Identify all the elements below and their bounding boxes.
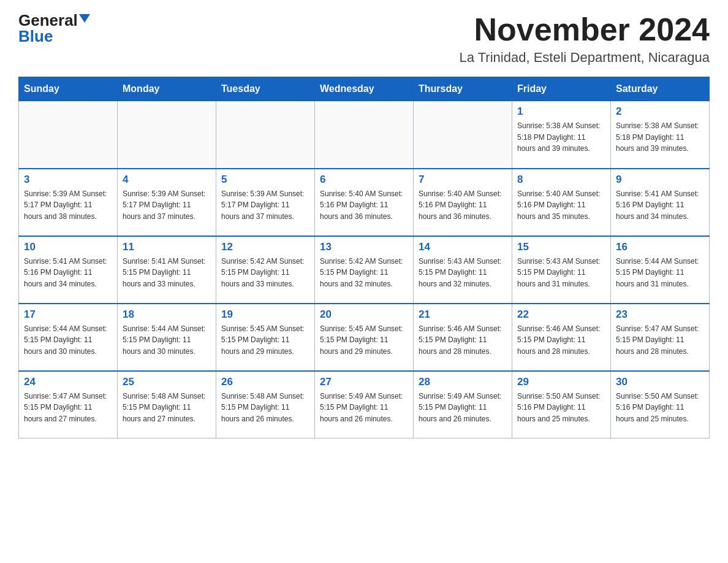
day-cell: 7Sunrise: 5:40 AM Sunset: 5:16 PM Daylig… [414, 169, 512, 236]
day-cell: 12Sunrise: 5:42 AM Sunset: 5:15 PM Dayli… [216, 236, 315, 304]
day-number: 1 [517, 105, 605, 118]
header-row: SundayMondayTuesdayWednesdayThursdayFrid… [19, 77, 710, 101]
day-info: Sunrise: 5:42 AM Sunset: 5:15 PM Dayligh… [221, 256, 309, 290]
day-cell: 30Sunrise: 5:50 AM Sunset: 5:16 PM Dayli… [611, 371, 710, 439]
day-cell: 21Sunrise: 5:46 AM Sunset: 5:15 PM Dayli… [414, 304, 512, 371]
day-cell [216, 101, 315, 169]
day-cell: 1Sunrise: 5:38 AM Sunset: 5:18 PM Daylig… [512, 101, 611, 169]
logo-blue: Blue [18, 28, 53, 44]
day-info: Sunrise: 5:41 AM Sunset: 5:16 PM Dayligh… [24, 256, 112, 290]
day-info: Sunrise: 5:46 AM Sunset: 5:15 PM Dayligh… [419, 323, 507, 358]
day-cell: 17Sunrise: 5:44 AM Sunset: 5:15 PM Dayli… [19, 304, 118, 371]
day-number: 9 [616, 174, 704, 186]
day-info: Sunrise: 5:39 AM Sunset: 5:17 PM Dayligh… [24, 188, 112, 223]
header-cell-friday: Friday [512, 77, 611, 101]
logo: General Blue [18, 12, 90, 44]
logo-triangle-icon [79, 14, 90, 23]
day-number: 8 [517, 174, 605, 186]
day-info: Sunrise: 5:41 AM Sunset: 5:16 PM Dayligh… [616, 188, 704, 223]
day-cell: 27Sunrise: 5:49 AM Sunset: 5:15 PM Dayli… [315, 371, 414, 439]
day-number: 2 [616, 105, 704, 118]
day-info: Sunrise: 5:48 AM Sunset: 5:15 PM Dayligh… [123, 391, 211, 425]
day-cell: 4Sunrise: 5:39 AM Sunset: 5:17 PM Daylig… [118, 169, 216, 236]
day-number: 12 [221, 241, 309, 253]
day-info: Sunrise: 5:40 AM Sunset: 5:16 PM Dayligh… [517, 188, 605, 223]
day-cell: 19Sunrise: 5:45 AM Sunset: 5:15 PM Dayli… [216, 304, 315, 371]
day-number: 13 [320, 241, 408, 253]
day-info: Sunrise: 5:44 AM Sunset: 5:15 PM Dayligh… [24, 323, 112, 358]
day-number: 4 [123, 174, 211, 186]
day-info: Sunrise: 5:47 AM Sunset: 5:15 PM Dayligh… [616, 323, 704, 358]
day-cell [118, 101, 216, 169]
day-info: Sunrise: 5:44 AM Sunset: 5:15 PM Dayligh… [123, 323, 211, 358]
day-info: Sunrise: 5:42 AM Sunset: 5:15 PM Dayligh… [320, 256, 408, 290]
day-info: Sunrise: 5:45 AM Sunset: 5:15 PM Dayligh… [221, 323, 309, 358]
header: General Blue November 2024 La Trinidad, … [18, 12, 710, 66]
header-cell-monday: Monday [118, 77, 216, 101]
day-info: Sunrise: 5:50 AM Sunset: 5:16 PM Dayligh… [517, 391, 605, 425]
day-info: Sunrise: 5:50 AM Sunset: 5:16 PM Dayligh… [616, 391, 704, 425]
day-number: 25 [123, 376, 211, 388]
day-info: Sunrise: 5:49 AM Sunset: 5:15 PM Dayligh… [419, 391, 507, 425]
day-number: 15 [517, 241, 605, 253]
day-number: 5 [221, 174, 309, 186]
day-number: 23 [616, 308, 704, 321]
day-info: Sunrise: 5:38 AM Sunset: 5:18 PM Dayligh… [616, 120, 704, 155]
day-number: 19 [221, 308, 309, 321]
week-row-4: 17Sunrise: 5:44 AM Sunset: 5:15 PM Dayli… [19, 304, 710, 371]
day-number: 14 [419, 241, 507, 253]
week-row-3: 10Sunrise: 5:41 AM Sunset: 5:16 PM Dayli… [19, 236, 710, 304]
header-cell-wednesday: Wednesday [315, 77, 414, 101]
day-cell: 24Sunrise: 5:47 AM Sunset: 5:15 PM Dayli… [19, 371, 118, 439]
day-info: Sunrise: 5:40 AM Sunset: 5:16 PM Dayligh… [419, 188, 507, 223]
day-cell: 8Sunrise: 5:40 AM Sunset: 5:16 PM Daylig… [512, 169, 611, 236]
day-cell: 29Sunrise: 5:50 AM Sunset: 5:16 PM Dayli… [512, 371, 611, 439]
day-info: Sunrise: 5:49 AM Sunset: 5:15 PM Dayligh… [320, 391, 408, 425]
calendar-table: SundayMondayTuesdayWednesdayThursdayFrid… [18, 77, 710, 439]
day-cell: 5Sunrise: 5:39 AM Sunset: 5:17 PM Daylig… [216, 169, 315, 236]
day-cell: 25Sunrise: 5:48 AM Sunset: 5:15 PM Dayli… [118, 371, 216, 439]
day-number: 17 [24, 308, 112, 321]
day-cell: 6Sunrise: 5:40 AM Sunset: 5:16 PM Daylig… [315, 169, 414, 236]
day-cell: 2Sunrise: 5:38 AM Sunset: 5:18 PM Daylig… [611, 101, 710, 169]
day-info: Sunrise: 5:44 AM Sunset: 5:15 PM Dayligh… [616, 256, 704, 290]
day-number: 16 [616, 241, 704, 253]
day-info: Sunrise: 5:40 AM Sunset: 5:16 PM Dayligh… [320, 188, 408, 223]
day-number: 6 [320, 174, 408, 186]
day-number: 27 [320, 376, 408, 388]
day-cell: 13Sunrise: 5:42 AM Sunset: 5:15 PM Dayli… [315, 236, 414, 304]
day-cell: 10Sunrise: 5:41 AM Sunset: 5:16 PM Dayli… [19, 236, 118, 304]
day-info: Sunrise: 5:43 AM Sunset: 5:15 PM Dayligh… [419, 256, 507, 290]
day-number: 11 [123, 241, 211, 253]
day-cell: 23Sunrise: 5:47 AM Sunset: 5:15 PM Dayli… [611, 304, 710, 371]
header-cell-tuesday: Tuesday [216, 77, 315, 101]
day-number: 21 [419, 308, 507, 321]
day-cell: 18Sunrise: 5:44 AM Sunset: 5:15 PM Dayli… [118, 304, 216, 371]
day-info: Sunrise: 5:39 AM Sunset: 5:17 PM Dayligh… [123, 188, 211, 223]
day-number: 28 [419, 376, 507, 388]
day-number: 10 [24, 241, 112, 253]
day-cell [414, 101, 512, 169]
header-cell-thursday: Thursday [414, 77, 512, 101]
day-info: Sunrise: 5:48 AM Sunset: 5:15 PM Dayligh… [221, 391, 309, 425]
day-cell: 16Sunrise: 5:44 AM Sunset: 5:15 PM Dayli… [611, 236, 710, 304]
header-cell-sunday: Sunday [19, 77, 118, 101]
header-cell-saturday: Saturday [611, 77, 710, 101]
week-row-1: 1Sunrise: 5:38 AM Sunset: 5:18 PM Daylig… [19, 101, 710, 169]
title-area: November 2024 La Trinidad, Esteli Depart… [460, 12, 710, 66]
day-cell [19, 101, 118, 169]
day-cell: 26Sunrise: 5:48 AM Sunset: 5:15 PM Dayli… [216, 371, 315, 439]
day-info: Sunrise: 5:41 AM Sunset: 5:15 PM Dayligh… [123, 256, 211, 290]
day-cell: 14Sunrise: 5:43 AM Sunset: 5:15 PM Dayli… [414, 236, 512, 304]
day-number: 30 [616, 376, 704, 388]
day-number: 7 [419, 174, 507, 186]
day-number: 20 [320, 308, 408, 321]
day-cell: 3Sunrise: 5:39 AM Sunset: 5:17 PM Daylig… [19, 169, 118, 236]
day-cell: 9Sunrise: 5:41 AM Sunset: 5:16 PM Daylig… [611, 169, 710, 236]
logo-general: General [18, 12, 78, 28]
day-cell: 15Sunrise: 5:43 AM Sunset: 5:15 PM Dayli… [512, 236, 611, 304]
day-number: 22 [517, 308, 605, 321]
day-info: Sunrise: 5:45 AM Sunset: 5:15 PM Dayligh… [320, 323, 408, 358]
day-number: 26 [221, 376, 309, 388]
day-cell: 11Sunrise: 5:41 AM Sunset: 5:15 PM Dayli… [118, 236, 216, 304]
